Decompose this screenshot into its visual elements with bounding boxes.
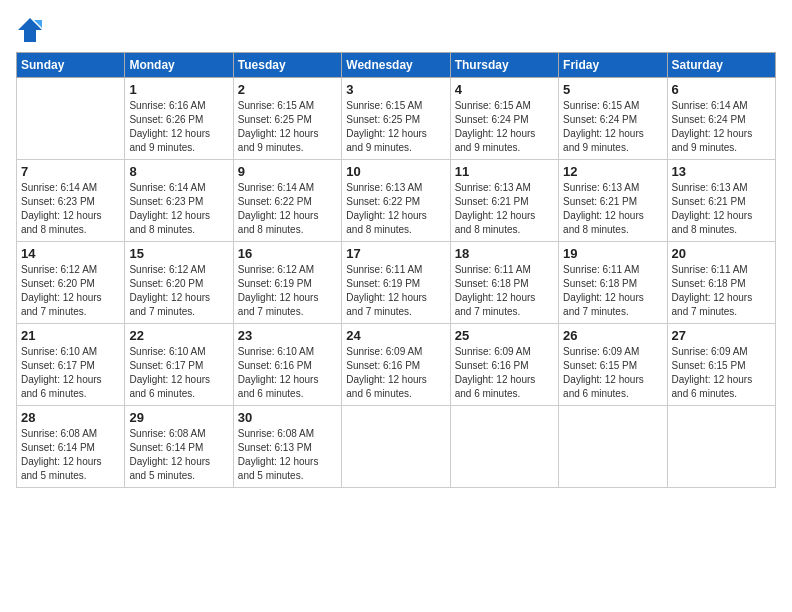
day-number: 28 — [21, 410, 120, 425]
day-cell — [450, 406, 558, 488]
day-cell: 23Sunrise: 6:10 AM Sunset: 6:16 PM Dayli… — [233, 324, 341, 406]
day-number: 14 — [21, 246, 120, 261]
day-number: 12 — [563, 164, 662, 179]
day-info: Sunrise: 6:10 AM Sunset: 6:17 PM Dayligh… — [21, 345, 120, 401]
day-cell: 3Sunrise: 6:15 AM Sunset: 6:25 PM Daylig… — [342, 78, 450, 160]
day-info: Sunrise: 6:15 AM Sunset: 6:24 PM Dayligh… — [455, 99, 554, 155]
col-header-wednesday: Wednesday — [342, 53, 450, 78]
day-number: 3 — [346, 82, 445, 97]
day-info: Sunrise: 6:13 AM Sunset: 6:21 PM Dayligh… — [563, 181, 662, 237]
day-info: Sunrise: 6:15 AM Sunset: 6:24 PM Dayligh… — [563, 99, 662, 155]
day-number: 16 — [238, 246, 337, 261]
day-cell: 25Sunrise: 6:09 AM Sunset: 6:16 PM Dayli… — [450, 324, 558, 406]
day-number: 22 — [129, 328, 228, 343]
week-row-5: 28Sunrise: 6:08 AM Sunset: 6:14 PM Dayli… — [17, 406, 776, 488]
day-cell — [667, 406, 775, 488]
day-number: 24 — [346, 328, 445, 343]
day-info: Sunrise: 6:15 AM Sunset: 6:25 PM Dayligh… — [238, 99, 337, 155]
day-cell: 13Sunrise: 6:13 AM Sunset: 6:21 PM Dayli… — [667, 160, 775, 242]
day-cell: 4Sunrise: 6:15 AM Sunset: 6:24 PM Daylig… — [450, 78, 558, 160]
day-cell: 26Sunrise: 6:09 AM Sunset: 6:15 PM Dayli… — [559, 324, 667, 406]
day-cell: 7Sunrise: 6:14 AM Sunset: 6:23 PM Daylig… — [17, 160, 125, 242]
day-number: 15 — [129, 246, 228, 261]
day-info: Sunrise: 6:11 AM Sunset: 6:19 PM Dayligh… — [346, 263, 445, 319]
day-cell: 16Sunrise: 6:12 AM Sunset: 6:19 PM Dayli… — [233, 242, 341, 324]
day-number: 30 — [238, 410, 337, 425]
day-info: Sunrise: 6:10 AM Sunset: 6:16 PM Dayligh… — [238, 345, 337, 401]
day-cell: 6Sunrise: 6:14 AM Sunset: 6:24 PM Daylig… — [667, 78, 775, 160]
day-number: 4 — [455, 82, 554, 97]
day-cell: 24Sunrise: 6:09 AM Sunset: 6:16 PM Dayli… — [342, 324, 450, 406]
day-cell: 19Sunrise: 6:11 AM Sunset: 6:18 PM Dayli… — [559, 242, 667, 324]
day-cell — [559, 406, 667, 488]
day-info: Sunrise: 6:13 AM Sunset: 6:21 PM Dayligh… — [455, 181, 554, 237]
day-cell: 21Sunrise: 6:10 AM Sunset: 6:17 PM Dayli… — [17, 324, 125, 406]
day-number: 20 — [672, 246, 771, 261]
day-cell: 5Sunrise: 6:15 AM Sunset: 6:24 PM Daylig… — [559, 78, 667, 160]
col-header-friday: Friday — [559, 53, 667, 78]
day-number: 9 — [238, 164, 337, 179]
day-number: 29 — [129, 410, 228, 425]
calendar: SundayMondayTuesdayWednesdayThursdayFrid… — [16, 52, 776, 488]
day-cell: 9Sunrise: 6:14 AM Sunset: 6:22 PM Daylig… — [233, 160, 341, 242]
day-info: Sunrise: 6:12 AM Sunset: 6:20 PM Dayligh… — [21, 263, 120, 319]
day-number: 18 — [455, 246, 554, 261]
day-info: Sunrise: 6:10 AM Sunset: 6:17 PM Dayligh… — [129, 345, 228, 401]
col-header-tuesday: Tuesday — [233, 53, 341, 78]
day-info: Sunrise: 6:08 AM Sunset: 6:14 PM Dayligh… — [21, 427, 120, 483]
day-cell: 12Sunrise: 6:13 AM Sunset: 6:21 PM Dayli… — [559, 160, 667, 242]
day-number: 23 — [238, 328, 337, 343]
day-cell: 27Sunrise: 6:09 AM Sunset: 6:15 PM Dayli… — [667, 324, 775, 406]
day-info: Sunrise: 6:11 AM Sunset: 6:18 PM Dayligh… — [563, 263, 662, 319]
day-cell: 20Sunrise: 6:11 AM Sunset: 6:18 PM Dayli… — [667, 242, 775, 324]
col-header-thursday: Thursday — [450, 53, 558, 78]
day-number: 21 — [21, 328, 120, 343]
day-number: 2 — [238, 82, 337, 97]
day-number: 11 — [455, 164, 554, 179]
day-cell: 11Sunrise: 6:13 AM Sunset: 6:21 PM Dayli… — [450, 160, 558, 242]
day-cell: 2Sunrise: 6:15 AM Sunset: 6:25 PM Daylig… — [233, 78, 341, 160]
day-cell: 30Sunrise: 6:08 AM Sunset: 6:13 PM Dayli… — [233, 406, 341, 488]
day-info: Sunrise: 6:11 AM Sunset: 6:18 PM Dayligh… — [455, 263, 554, 319]
day-info: Sunrise: 6:08 AM Sunset: 6:14 PM Dayligh… — [129, 427, 228, 483]
header — [16, 16, 776, 44]
week-row-3: 14Sunrise: 6:12 AM Sunset: 6:20 PM Dayli… — [17, 242, 776, 324]
day-cell: 14Sunrise: 6:12 AM Sunset: 6:20 PM Dayli… — [17, 242, 125, 324]
day-info: Sunrise: 6:09 AM Sunset: 6:15 PM Dayligh… — [563, 345, 662, 401]
day-number: 27 — [672, 328, 771, 343]
col-header-sunday: Sunday — [17, 53, 125, 78]
day-info: Sunrise: 6:12 AM Sunset: 6:19 PM Dayligh… — [238, 263, 337, 319]
day-info: Sunrise: 6:09 AM Sunset: 6:16 PM Dayligh… — [455, 345, 554, 401]
day-info: Sunrise: 6:09 AM Sunset: 6:15 PM Dayligh… — [672, 345, 771, 401]
day-cell — [342, 406, 450, 488]
day-info: Sunrise: 6:16 AM Sunset: 6:26 PM Dayligh… — [129, 99, 228, 155]
day-number: 8 — [129, 164, 228, 179]
day-cell: 17Sunrise: 6:11 AM Sunset: 6:19 PM Dayli… — [342, 242, 450, 324]
week-row-4: 21Sunrise: 6:10 AM Sunset: 6:17 PM Dayli… — [17, 324, 776, 406]
day-info: Sunrise: 6:14 AM Sunset: 6:22 PM Dayligh… — [238, 181, 337, 237]
day-info: Sunrise: 6:15 AM Sunset: 6:25 PM Dayligh… — [346, 99, 445, 155]
day-number: 17 — [346, 246, 445, 261]
day-number: 19 — [563, 246, 662, 261]
day-cell: 10Sunrise: 6:13 AM Sunset: 6:22 PM Dayli… — [342, 160, 450, 242]
day-info: Sunrise: 6:13 AM Sunset: 6:22 PM Dayligh… — [346, 181, 445, 237]
day-number: 26 — [563, 328, 662, 343]
day-info: Sunrise: 6:14 AM Sunset: 6:23 PM Dayligh… — [21, 181, 120, 237]
logo-icon — [16, 16, 44, 44]
day-cell: 28Sunrise: 6:08 AM Sunset: 6:14 PM Dayli… — [17, 406, 125, 488]
day-number: 1 — [129, 82, 228, 97]
day-number: 7 — [21, 164, 120, 179]
day-cell: 8Sunrise: 6:14 AM Sunset: 6:23 PM Daylig… — [125, 160, 233, 242]
day-number: 25 — [455, 328, 554, 343]
week-row-1: 1Sunrise: 6:16 AM Sunset: 6:26 PM Daylig… — [17, 78, 776, 160]
day-cell: 22Sunrise: 6:10 AM Sunset: 6:17 PM Dayli… — [125, 324, 233, 406]
day-info: Sunrise: 6:13 AM Sunset: 6:21 PM Dayligh… — [672, 181, 771, 237]
day-info: Sunrise: 6:12 AM Sunset: 6:20 PM Dayligh… — [129, 263, 228, 319]
day-cell: 15Sunrise: 6:12 AM Sunset: 6:20 PM Dayli… — [125, 242, 233, 324]
day-cell: 1Sunrise: 6:16 AM Sunset: 6:26 PM Daylig… — [125, 78, 233, 160]
col-header-saturday: Saturday — [667, 53, 775, 78]
col-header-monday: Monday — [125, 53, 233, 78]
day-number: 6 — [672, 82, 771, 97]
day-number: 5 — [563, 82, 662, 97]
day-info: Sunrise: 6:08 AM Sunset: 6:13 PM Dayligh… — [238, 427, 337, 483]
